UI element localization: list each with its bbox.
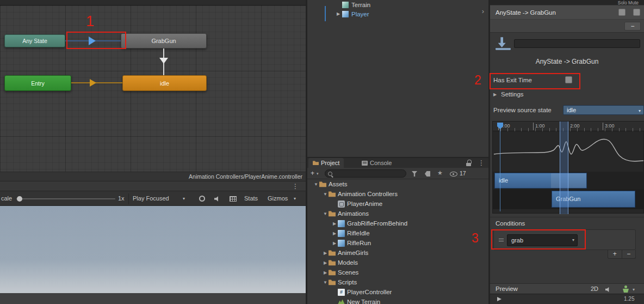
transition-list-label: AnyState -> GrabGun bbox=[496, 5, 556, 20]
transition-arrow-icon[interactable] bbox=[159, 58, 168, 64]
foldout-arrow-icon[interactable]: ▶ bbox=[322, 251, 329, 256]
project-tree-item[interactable]: ▶Models bbox=[307, 258, 488, 267]
add-asset-button[interactable]: + bbox=[311, 169, 314, 177]
chevron-right-icon[interactable]: › bbox=[482, 7, 484, 15]
preview-2d-toggle[interactable]: 2D bbox=[591, 285, 598, 292]
preview-source-dropdown[interactable]: idle ▾ bbox=[563, 105, 644, 115]
state-node-any-state[interactable]: Any State bbox=[4, 34, 65, 47]
filter-by-type-icon[interactable] bbox=[412, 171, 417, 177]
console-icon bbox=[362, 161, 368, 166]
animator-graph-canvas[interactable]: Any State GrabGun Entry idle bbox=[0, 5, 306, 172]
filter-by-label-icon[interactable] bbox=[425, 171, 430, 177]
preview-source-value: idle bbox=[567, 106, 576, 115]
foldout-arrow-icon[interactable]: ▶ bbox=[322, 270, 329, 275]
state-node-entry[interactable]: Entry bbox=[4, 75, 71, 91]
chevron-down-icon[interactable]: ▾ bbox=[183, 196, 185, 201]
kebab-menu-icon[interactable]: ⋮ bbox=[478, 159, 485, 167]
solo-checkbox[interactable] bbox=[618, 9, 626, 16]
toolbar-divider bbox=[128, 193, 129, 204]
game-view-viewport[interactable] bbox=[0, 206, 306, 304]
chevron-down-icon[interactable]: ▾ bbox=[633, 287, 635, 292]
annotation-box-2 bbox=[490, 73, 580, 89]
play-icon[interactable] bbox=[497, 297, 501, 301]
hierarchy-item[interactable]: ▶Player bbox=[307, 9, 488, 19]
transition-timeline[interactable]: 0:001:002:003:00 idle GrabGun bbox=[492, 121, 644, 214]
hierarchy-item[interactable]: Terrain bbox=[307, 0, 488, 9]
chevron-down-icon[interactable]: ▾ bbox=[294, 196, 296, 201]
state-node-label: GrabGun bbox=[151, 38, 176, 44]
foldout-arrow-icon[interactable]: ▶ bbox=[331, 231, 338, 236]
transition-list-item[interactable]: AnyState -> GrabGun bbox=[490, 5, 644, 20]
stats-button[interactable]: Stats bbox=[244, 195, 258, 202]
project-tree-item-label: AnimeGirls bbox=[338, 250, 368, 256]
timeline-ruler[interactable]: 0:001:002:003:00 bbox=[493, 121, 644, 131]
gizmos-dropdown[interactable]: Gizmos bbox=[268, 195, 288, 202]
project-tree-item[interactable]: PlayerController bbox=[307, 287, 488, 297]
foldout-arrow-icon[interactable]: ▼ bbox=[322, 280, 329, 285]
search-field[interactable] bbox=[325, 169, 406, 178]
project-tab-bar: Project Console ⋮ bbox=[307, 158, 488, 168]
project-tree-item-label: Scripts bbox=[338, 279, 357, 285]
hierarchy-list: Terrain▶Player bbox=[307, 0, 488, 19]
project-tree-item[interactable]: ▼Animation Controllers bbox=[307, 189, 488, 199]
terrain-cube-icon bbox=[342, 2, 349, 8]
display-dropdown[interactable]: Play Focused bbox=[133, 195, 169, 202]
project-tree-item[interactable]: ▶GrabRifleFromBehind bbox=[307, 218, 488, 228]
lock-icon[interactable] bbox=[466, 160, 472, 166]
project-tree-item[interactable]: ▼Animations bbox=[307, 209, 488, 218]
vsync-grid-icon[interactable] bbox=[230, 196, 237, 202]
project-tree-item[interactable]: ▶Scenes bbox=[307, 267, 488, 277]
remove-condition-button[interactable]: − bbox=[622, 250, 636, 258]
project-tree-item[interactable]: New Terrain bbox=[307, 297, 488, 304]
chevron-down-icon[interactable]: ▾ bbox=[317, 172, 319, 176]
project-tree-item[interactable]: ▶RifleIdle bbox=[307, 228, 488, 238]
hidden-count: 17 bbox=[460, 170, 466, 177]
foldout-arrow-icon[interactable]: ▼ bbox=[322, 211, 329, 216]
search-input[interactable] bbox=[335, 170, 404, 177]
tab-console[interactable]: Console bbox=[357, 158, 396, 168]
transition-name-field[interactable] bbox=[514, 39, 640, 48]
animator-toolbar-strip bbox=[0, 0, 306, 5]
avatar-icon[interactable] bbox=[623, 285, 629, 293]
project-tree-item[interactable]: ▶AnimeGirls bbox=[307, 248, 488, 258]
foldout-arrow-icon[interactable]: ▼ bbox=[313, 182, 319, 187]
audio-icon[interactable] bbox=[605, 287, 611, 293]
state-node-idle[interactable]: idle bbox=[122, 75, 207, 91]
foldout-arrow-icon[interactable]: ▶ bbox=[331, 221, 338, 226]
remove-transition-button[interactable]: − bbox=[624, 22, 641, 31]
foldout-closed-icon[interactable]: ▶ bbox=[493, 92, 497, 97]
transitions-list-header: Solo Mute bbox=[490, 0, 644, 5]
solo-mute-header: Solo Mute bbox=[618, 0, 639, 5]
foldout-arrow-icon[interactable]: ▶ bbox=[335, 11, 342, 16]
tab-label: Project bbox=[321, 160, 339, 166]
add-condition-button[interactable]: + bbox=[608, 250, 622, 258]
mute-audio-icon[interactable] bbox=[214, 196, 221, 202]
project-tree-item[interactable]: ▶RifleRun bbox=[307, 238, 488, 248]
save-search-icon[interactable]: ★ bbox=[437, 169, 443, 176]
settings-foldout[interactable]: Settings bbox=[501, 91, 524, 98]
project-tree-item[interactable]: ▼Assets bbox=[307, 179, 488, 189]
tab-project[interactable]: Project bbox=[308, 158, 344, 168]
mute-checkbox[interactable] bbox=[633, 9, 640, 16]
timeline-block-idle[interactable]: idle bbox=[494, 173, 587, 189]
foldout-arrow-icon[interactable]: ▶ bbox=[322, 260, 329, 265]
preview-playback-bar[interactable]: 1.25 bbox=[490, 294, 644, 304]
kebab-menu-icon[interactable]: ⋮ bbox=[292, 183, 299, 190]
project-tree-item[interactable]: ▼Scripts bbox=[307, 277, 488, 287]
foldout-arrow-icon[interactable]: ▼ bbox=[322, 192, 329, 197]
game-view-header: ⋮ bbox=[0, 181, 306, 191]
project-tree-item[interactable]: PlayerAnime bbox=[307, 199, 488, 209]
preview-bar[interactable]: Preview 2D ▾ bbox=[490, 283, 644, 294]
prefab-cube-icon bbox=[342, 11, 349, 17]
state-node-label: Any State bbox=[22, 38, 47, 44]
scale-slider-track[interactable] bbox=[16, 198, 115, 199]
transition-duration-band[interactable] bbox=[560, 121, 568, 214]
transition-arrow-icon[interactable] bbox=[90, 79, 96, 87]
aperture-icon[interactable] bbox=[199, 196, 205, 202]
state-node-grabgun[interactable]: GrabGun bbox=[121, 33, 207, 48]
transition-entry-idle[interactable] bbox=[71, 82, 122, 83]
scale-slider-handle[interactable] bbox=[17, 196, 22, 202]
foldout-arrow-icon[interactable]: ▶ bbox=[331, 241, 338, 246]
folder-icon bbox=[313, 160, 319, 166]
eye-icon[interactable] bbox=[450, 170, 457, 177]
